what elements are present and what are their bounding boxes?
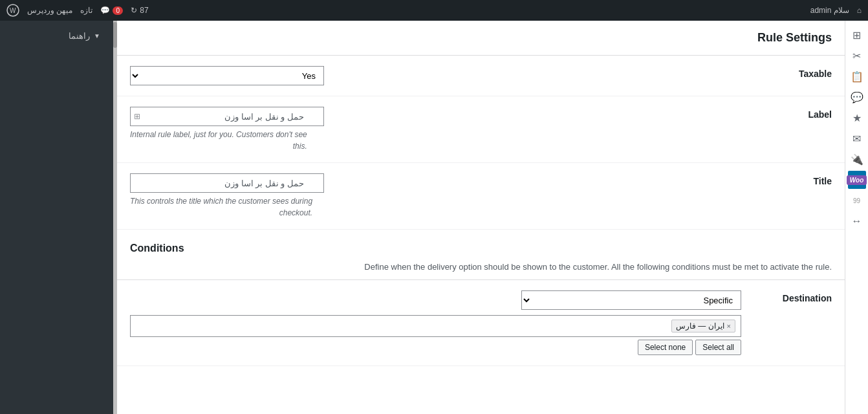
admin-bar-updates[interactable]: ↻ 87 <box>131 6 148 15</box>
sidebar-arrow-icon: ▼ <box>94 32 100 39</box>
panel-title: Rule Settings <box>757 31 832 45</box>
tag-remove-icon[interactable]: × <box>727 322 731 330</box>
sidebar-item-guides[interactable]: ▼ راهنما <box>5 26 108 46</box>
destination-tag: × ایران — فارس <box>671 320 735 332</box>
right-icon-plugin[interactable]: 🔌 <box>848 150 866 168</box>
destination-select[interactable]: Specific <box>521 290 741 310</box>
tag-label: ایران — فارس <box>676 321 724 331</box>
destination-control: Specific × ایران — فارس <box>130 290 754 355</box>
admin-bar-new[interactable]: تازه <box>80 6 92 15</box>
woo-badge: Woo <box>847 175 867 185</box>
right-panel: ⊞ ✂ 📋 💬 ★ ✉ 🔌 Woo 99 ↔ <box>845 21 868 414</box>
content-area: Rule Settings Taxable Yes <box>117 21 868 414</box>
admin-bar-home[interactable]: ⌂ <box>857 6 862 15</box>
right-icon-woo[interactable]: Woo <box>848 171 866 189</box>
title-control: This controls the title which the custom… <box>130 173 754 219</box>
label-input[interactable] <box>130 107 324 126</box>
destination-tag-input[interactable] <box>136 321 669 331</box>
destination-label: Destination <box>754 290 832 303</box>
conditions-title: Conditions <box>130 243 184 254</box>
label-field-label: Label <box>754 107 832 120</box>
select-all-button[interactable]: Select all <box>695 340 741 355</box>
label-control: ⊞ Internal rule label, just for you. Cus… <box>130 107 754 152</box>
title-input[interactable] <box>130 173 324 193</box>
right-icon-clipboard[interactable]: 📋 <box>848 67 866 85</box>
update-count: 87 <box>140 6 148 15</box>
admin-bar-logo[interactable]: W <box>6 4 19 17</box>
dest-select-wrap: Specific <box>130 290 741 310</box>
right-icon-cut[interactable]: ✂ <box>848 47 866 65</box>
admin-bar-site[interactable]: میهن وردپرس <box>27 6 72 15</box>
admin-bar-user[interactable]: سلام admin <box>810 6 849 15</box>
select-none-button[interactable]: Select none <box>638 340 693 355</box>
title-row: Title This controls the title which the … <box>117 163 845 230</box>
taxable-select-wrap: Yes <box>130 66 324 85</box>
right-icon-99[interactable]: 99 <box>848 191 866 210</box>
sidebar-item-label: راهنما <box>69 31 90 41</box>
taxable-control: Yes <box>130 66 754 85</box>
taxable-row: Taxable Yes <box>117 56 845 96</box>
label-input-wrap: ⊞ <box>130 107 324 126</box>
label-hint: Internal rule label, just for you. Custo… <box>130 129 307 152</box>
destination-actions: Select none Select all <box>130 340 741 355</box>
comment-icon: 💬 <box>100 6 110 15</box>
comment-count: 0 <box>113 6 123 15</box>
title-input-wrap <box>130 173 324 193</box>
admin-bar-right: ⌂ سلام admin <box>810 6 862 15</box>
title-field-label: Title <box>754 173 832 186</box>
right-icon-comment[interactable]: 💬 <box>848 88 866 106</box>
label-input-icon: ⊞ <box>134 112 140 121</box>
right-icon-mail[interactable]: ✉ <box>848 129 866 147</box>
destination-tags-input[interactable]: × ایران — فارس <box>130 315 741 337</box>
panel-header: Rule Settings <box>117 21 845 56</box>
destination-row: Destination Specific × ایران — <box>117 280 845 366</box>
sidebar: ▼ راهنما <box>0 21 113 414</box>
admin-bar: W میهن وردپرس تازه 💬 0 ↻ 87 ⌂ سلام admin <box>0 0 868 21</box>
rule-settings-panel: Rule Settings Taxable Yes <box>117 21 845 414</box>
conditions-desc: .Define when the delivery option should … <box>117 259 845 280</box>
conditions-heading: Conditions <box>117 230 845 259</box>
taxable-label: Taxable <box>754 66 832 79</box>
right-icon-expand[interactable]: ↔ <box>848 212 866 230</box>
update-icon: ↻ <box>131 6 137 15</box>
wordpress-icon: W <box>6 4 19 17</box>
sidebar-top: ▼ راهنما <box>0 21 113 51</box>
admin-bar-comments[interactable]: 💬 0 <box>100 6 123 15</box>
panel-body: Taxable Yes Label <box>117 56 845 366</box>
title-hint: This controls the title which the custom… <box>130 195 312 219</box>
main-layout: ▼ راهنما Rule Settings Taxable <box>0 21 868 414</box>
svg-text:W: W <box>10 7 16 14</box>
admin-bar-left: W میهن وردپرس تازه 💬 0 ↻ 87 <box>6 4 149 17</box>
taxable-select[interactable]: Yes <box>130 66 324 85</box>
right-icon-star[interactable]: ★ <box>848 109 866 127</box>
label-row: Label ⊞ Internal rule label, just for yo… <box>117 96 845 163</box>
right-icon-grid[interactable]: ⊞ <box>848 26 866 44</box>
